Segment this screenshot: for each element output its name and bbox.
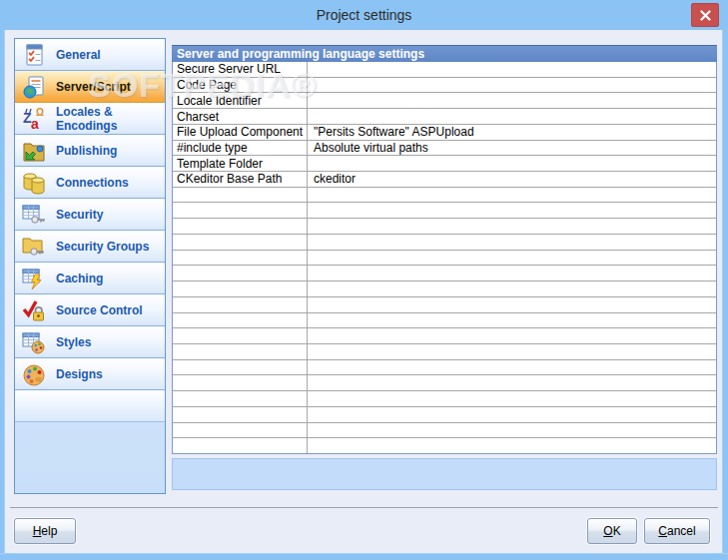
row-label [173,266,308,280]
row-label [173,438,308,453]
sidebar-item-label: Server/Script [56,80,131,94]
table-row-empty[interactable] [173,203,716,219]
sidebar-item-label: Security Groups [56,240,149,254]
ok-button[interactable]: OK [587,518,637,544]
row-value-field[interactable] [308,313,716,328]
table-row[interactable]: Template Folder [173,156,716,172]
table-row-empty[interactable] [173,438,716,454]
table-row-empty[interactable] [173,188,716,204]
sidebar-item-label: Publishing [56,144,117,158]
svg-text:a: a [31,116,39,131]
row-value-field[interactable] [308,407,716,422]
table-row[interactable]: Code Page [173,78,716,94]
row-value-field[interactable] [308,266,716,280]
server-script-icon [20,75,48,99]
row-value-field[interactable] [308,375,716,390]
sidebar-item-label: Caching [56,272,103,285]
sidebar-item-label: Locales & Encodings [56,105,165,133]
row-label [173,297,308,312]
locales-icon: Ω Z a [20,107,48,131]
row-value-field[interactable] [308,219,716,234]
row-label: Secure Server URL [173,62,308,77]
row-label [173,375,308,390]
panel-header: Server and programming language settings [172,45,717,62]
table-row-empty[interactable] [173,313,716,329]
table-row-empty[interactable] [173,375,716,391]
row-value-field[interactable] [308,328,716,343]
row-label: Locale Identifier [173,93,308,108]
row-value-field[interactable] [308,78,716,93]
row-label [173,423,308,438]
sidebar-item-source-control[interactable]: Source Control [15,294,165,326]
sidebar-item-server-script[interactable]: Server/Script [15,71,165,103]
table-row-empty[interactable] [173,407,716,423]
table-row-empty[interactable] [173,219,716,235]
row-value-field[interactable] [308,391,716,406]
description-info-box [172,458,717,490]
close-button[interactable] [691,3,719,27]
table-row[interactable]: File Upload Component "Persits Software"… [173,125,716,141]
row-value-field[interactable] [308,251,716,266]
row-value-field[interactable] [308,62,716,77]
sidebar: General Server/Script Ω Z a [14,38,166,494]
table-row-empty[interactable] [173,235,716,251]
styles-icon [20,330,48,354]
row-label: CKeditor Base Path [173,172,308,187]
row-value-field[interactable] [308,344,716,359]
row-label [173,407,308,422]
table-row-empty[interactable] [173,281,716,297]
row-value-field[interactable] [308,281,716,296]
caching-icon [20,267,48,290]
table-row-empty[interactable] [173,328,716,344]
sidebar-item-label: Source Control [56,303,143,317]
row-label [173,344,308,359]
sidebar-item-connections[interactable]: Connections [15,167,165,199]
row-value-field[interactable] [308,109,716,124]
row-value-field[interactable] [308,93,716,108]
table-row[interactable]: #include type Absolute virtual paths [173,141,716,157]
row-value-field[interactable] [308,156,716,171]
row-value-field[interactable] [308,297,716,312]
general-icon [20,43,48,67]
table-row-empty[interactable] [173,251,716,267]
table-row[interactable]: Charset [173,109,716,125]
table-row-empty[interactable] [173,344,716,360]
row-value-field[interactable] [308,438,716,453]
sidebar-item-designs[interactable]: Designs [15,358,165,390]
table-row-empty[interactable] [173,360,716,376]
sidebar-item-locales-encodings[interactable]: Ω Z a Locales & Encodings [15,103,165,135]
sidebar-item-general[interactable]: General [15,39,165,71]
table-row-empty[interactable] [173,423,716,439]
row-label [173,360,308,375]
row-label: Template Folder [173,156,308,171]
sidebar-item-caching[interactable]: Caching [15,263,165,294]
row-value-field[interactable] [308,360,716,375]
sidebar-item-security[interactable]: Security [15,199,165,231]
cancel-button[interactable]: Cancel [644,518,710,544]
dialog-title: Project settings [0,0,728,30]
row-label [173,235,308,250]
row-value-field[interactable]: Absolute virtual paths [308,141,716,156]
table-row[interactable]: Locale Identifier [173,93,716,109]
row-value-field[interactable]: ckeditor [308,172,716,187]
row-value-field[interactable] [308,203,716,218]
sidebar-empty-band [15,390,165,422]
sidebar-item-label: Designs [56,367,103,381]
help-button[interactable]: Help [14,518,76,544]
row-value-field[interactable]: "Persits Software" ASPUpload [308,125,716,140]
sidebar-item-styles[interactable]: Styles [15,326,165,358]
publishing-icon [20,139,48,163]
table-row-empty[interactable] [173,266,716,281]
security-groups-icon [20,235,48,259]
sidebar-item-security-groups[interactable]: Security Groups [15,231,165,263]
table-row[interactable]: Secure Server URL [173,62,716,78]
footer-separator [10,507,718,508]
row-value-field[interactable] [308,423,716,438]
sidebar-item-publishing[interactable]: Publishing [15,135,165,167]
row-value-field[interactable] [308,235,716,250]
table-row-empty[interactable] [173,391,716,407]
table-row-empty[interactable] [173,297,716,313]
row-value-field[interactable] [308,188,716,203]
table-row[interactable]: CKeditor Base Path ckeditor [173,172,716,188]
sidebar-item-label: General [56,48,101,62]
